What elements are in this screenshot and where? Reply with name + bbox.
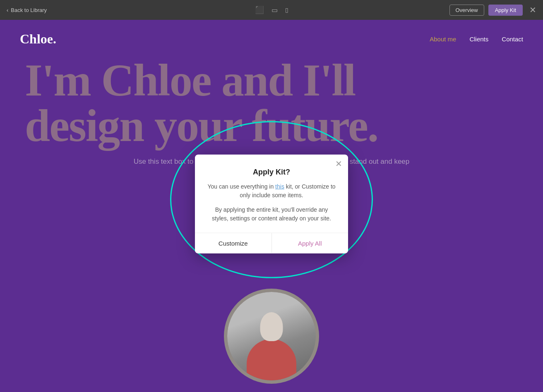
close-button[interactable]: ✕ (529, 5, 536, 15)
dialog-title: Apply Kit? (207, 168, 336, 177)
dialog-overlay: ✕ Apply Kit? You can use everything in t… (0, 20, 543, 392)
device-switcher: ⬛ ▭ ▯ (255, 5, 288, 14)
tablet-icon[interactable]: ▭ (272, 6, 278, 14)
back-to-library-button[interactable]: ‹ Back to Library (7, 7, 47, 13)
dialog-close-button[interactable]: ✕ (335, 160, 342, 168)
kit-link[interactable]: this (275, 183, 284, 190)
mobile-icon[interactable]: ▯ (285, 7, 288, 13)
dialog-body: Apply Kit? You can use everything in thi… (195, 155, 348, 223)
dialog-actions: Customize Apply All (195, 233, 348, 253)
preview-area: Chloe. About me Clients Contact I'm Chlo… (0, 20, 543, 392)
back-to-library-label: Back to Library (11, 7, 47, 13)
dialog-description-1: You can use everything in this kit, or C… (207, 182, 336, 200)
back-chevron-icon: ‹ (7, 7, 8, 13)
apply-kit-dialog: ✕ Apply Kit? You can use everything in t… (195, 155, 348, 253)
desktop-icon[interactable]: ⬛ (255, 5, 264, 14)
apply-all-button[interactable]: Apply All (272, 233, 348, 253)
dialog-description-2: By applying the entire kit, you'll overr… (207, 206, 336, 223)
toolbar: ‹ Back to Library ⬛ ▭ ▯ Overview Apply K… (0, 0, 543, 20)
apply-kit-button[interactable]: Apply Kit (488, 5, 523, 16)
toolbar-actions: Overview Apply Kit ✕ (449, 5, 537, 16)
overview-button[interactable]: Overview (449, 5, 484, 16)
customize-button[interactable]: Customize (195, 233, 272, 253)
